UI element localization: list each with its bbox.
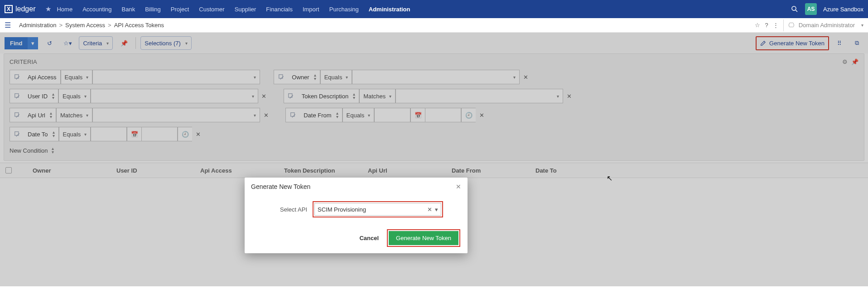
- filter-edit-icon[interactable]: [10, 108, 24, 122]
- select-api-dropdown[interactable]: SCIM Provisioning ✕ ▾: [314, 203, 441, 216]
- remove-criteria-icon[interactable]: ✕: [258, 93, 270, 100]
- edit-icon: [760, 40, 767, 46]
- crumb-api-access-tokens[interactable]: API Access Tokens: [114, 22, 164, 29]
- nav-home[interactable]: Home: [57, 6, 72, 13]
- generate-new-token-button[interactable]: Generate New Token: [389, 231, 458, 245]
- chevron-down-icon: ▾: [389, 94, 391, 99]
- remove-criteria-icon[interactable]: ✕: [192, 131, 204, 138]
- col-user-id[interactable]: User ID: [116, 167, 200, 174]
- calendar-icon[interactable]: 📅: [127, 127, 141, 141]
- menu-icon[interactable]: ☰: [5, 21, 11, 29]
- criteria-operator[interactable]: Matches▾: [359, 89, 395, 103]
- filter-edit-icon[interactable]: [274, 70, 288, 84]
- nav-items: Home Accounting Bank Billing Project Cus…: [57, 6, 410, 13]
- criteria-value-input[interactable]: ▾: [92, 108, 260, 122]
- nav-purchasing[interactable]: Purchasing: [329, 6, 359, 13]
- criteria-operator[interactable]: Equals▾: [58, 89, 91, 103]
- criteria-value-input[interactable]: ▾: [91, 89, 258, 103]
- popout-icon[interactable]: ⧉: [850, 36, 863, 50]
- nav-supplier[interactable]: Supplier: [235, 6, 256, 13]
- selections-label: Selections (7): [145, 40, 180, 47]
- pin-icon[interactable]: 📌: [851, 58, 858, 65]
- remove-criteria-icon[interactable]: ✕: [563, 93, 575, 100]
- criteria-field-label[interactable]: Token Description▴▾: [298, 89, 359, 103]
- criteria-field-label[interactable]: Date From▴▾: [300, 108, 342, 122]
- time-input[interactable]: [425, 108, 461, 122]
- new-condition-button[interactable]: New Condition ▴▾: [10, 147, 54, 154]
- crumb-system-access[interactable]: System Access: [65, 22, 105, 29]
- pin-icon[interactable]: 📌: [117, 36, 131, 50]
- history-icon[interactable]: ↺: [43, 36, 56, 50]
- chevron-down-icon[interactable]: ▾: [861, 23, 863, 28]
- criteria-operator[interactable]: Equals▾: [320, 70, 352, 84]
- nav-customer[interactable]: Customer: [199, 6, 224, 13]
- criteria-field-label[interactable]: Owner▴▾: [288, 70, 320, 84]
- selections-dropdown[interactable]: Selections (7) ▾: [140, 36, 191, 50]
- find-button[interactable]: Find ▾: [5, 37, 38, 49]
- criteria-operator[interactable]: Equals▾: [61, 70, 93, 84]
- col-owner[interactable]: Owner: [33, 167, 116, 174]
- chevron-down-icon: ▾: [368, 113, 370, 118]
- remove-criteria-icon[interactable]: ✕: [520, 74, 531, 81]
- nav-financials[interactable]: Financials: [266, 6, 293, 13]
- remove-criteria-icon[interactable]: ✕: [260, 112, 272, 119]
- filter-edit-icon[interactable]: [284, 89, 298, 103]
- nav-import[interactable]: Import: [303, 6, 319, 13]
- criteria-field-label[interactable]: Api Access: [24, 70, 61, 84]
- favorite-star-icon[interactable]: ★: [45, 5, 51, 13]
- chevron-down-icon[interactable]: ▾: [435, 206, 438, 213]
- search-icon[interactable]: [791, 5, 799, 13]
- col-date-from[interactable]: Date From: [452, 167, 535, 174]
- col-api-url[interactable]: Api Url: [368, 167, 452, 174]
- help-icon[interactable]: ?: [765, 22, 768, 29]
- crumb-administration[interactable]: Administration: [19, 22, 56, 29]
- clear-icon[interactable]: ✕: [427, 206, 432, 213]
- criteria-dropdown[interactable]: Criteria ▾: [79, 36, 113, 50]
- remove-criteria-icon[interactable]: ✕: [476, 112, 487, 119]
- find-dropdown-icon[interactable]: ▾: [28, 37, 38, 49]
- col-date-to[interactable]: Date To: [535, 167, 619, 174]
- calendar-icon[interactable]: 📅: [410, 108, 425, 122]
- select-all-checkbox[interactable]: [5, 167, 33, 174]
- modal-footer: Cancel Generate New Token: [245, 221, 468, 253]
- clock-icon[interactable]: 🕘: [461, 108, 476, 122]
- nav-bank[interactable]: Bank: [122, 6, 135, 13]
- filter-edit-icon[interactable]: [10, 89, 24, 103]
- loading-dots-icon[interactable]: ⠿: [833, 36, 846, 50]
- nav-billing[interactable]: Billing: [145, 6, 161, 13]
- criteria-value-input[interactable]: ▾: [92, 70, 260, 84]
- date-input[interactable]: [374, 108, 410, 122]
- filter-edit-icon[interactable]: [285, 108, 300, 122]
- criteria-operator[interactable]: Equals▾: [59, 127, 91, 141]
- close-icon[interactable]: ✕: [456, 183, 461, 190]
- criteria-operator[interactable]: Equals▾: [342, 108, 375, 122]
- filter-edit-icon[interactable]: [10, 127, 24, 141]
- col-token-description[interactable]: Token Description: [284, 167, 368, 174]
- nav-accounting[interactable]: Accounting: [82, 6, 111, 13]
- gear-icon[interactable]: ⚙: [842, 58, 848, 65]
- more-vertical-icon[interactable]: ⋮: [773, 22, 779, 29]
- col-api-access[interactable]: Api Access: [200, 167, 284, 174]
- criteria-operator[interactable]: Matches▾: [56, 108, 92, 122]
- main-area: Find ▾ ↺ ☆▾ Criteria ▾ 📌 Selections (7) …: [0, 33, 868, 178]
- cancel-button[interactable]: Cancel: [359, 235, 379, 241]
- role-label[interactable]: Domain Administrator: [799, 22, 855, 29]
- app-logo[interactable]: X ledger: [5, 5, 35, 13]
- star-dropdown-icon[interactable]: ☆▾: [61, 36, 74, 50]
- criteria-item: Date From▴▾Equals▾📅🕘✕: [285, 108, 487, 122]
- criteria-field-label[interactable]: Date To▴▾: [24, 127, 59, 141]
- favorite-outline-icon[interactable]: ☆: [755, 22, 760, 29]
- clock-icon[interactable]: 🕘: [178, 127, 192, 141]
- nav-project[interactable]: Project: [171, 6, 189, 13]
- filter-edit-icon[interactable]: [10, 70, 24, 84]
- criteria-field-label[interactable]: Api Url▴▾: [24, 108, 56, 122]
- avatar[interactable]: AS: [805, 3, 817, 15]
- generate-new-token-link[interactable]: Generate New Token: [757, 38, 827, 48]
- time-input[interactable]: [141, 127, 178, 141]
- tenant-name[interactable]: Azure Sandbox: [823, 6, 863, 13]
- criteria-value-input[interactable]: ▾: [352, 70, 520, 84]
- nav-administration[interactable]: Administration: [369, 6, 410, 13]
- criteria-field-label[interactable]: User ID▴▾: [24, 89, 58, 103]
- criteria-value-input[interactable]: ▾: [395, 89, 563, 103]
- date-input[interactable]: [91, 127, 127, 141]
